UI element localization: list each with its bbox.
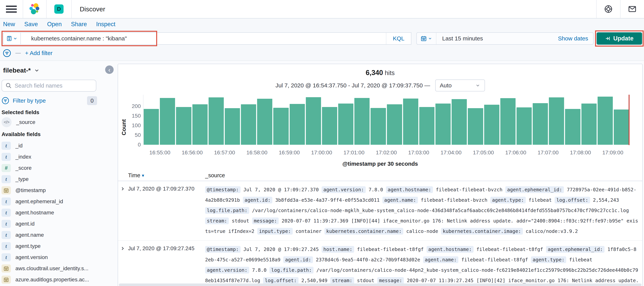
query-input[interactable]: kubernetes.container.name : "kibana" KQL [20,32,411,45]
histogram-bar-16[interactable] [403,99,418,145]
field-row-agent.type[interactable]: tagent.type [2,241,98,252]
field-row-agent.version[interactable]: tagent.version [2,252,98,263]
field-row-azure.auditlogs.properties.ac...[interactable]: azure.auditlogs.properties.ac... [2,274,98,285]
field-search-input[interactable] [14,82,96,89]
histogram-bar-15[interactable] [387,104,402,145]
field-row-_id[interactable]: t_id [2,140,98,151]
source-field-name[interactable]: log.file.path: [205,207,249,214]
source-field-name[interactable]: message: [377,277,404,284]
hamburger-menu-button[interactable] [0,0,23,18]
toolbar-link-open[interactable]: Open [47,21,62,28]
source-field-name[interactable]: kubernetes.container.image: [441,228,523,235]
expand-row-button[interactable] [120,186,125,192]
field-row-agent.hostname[interactable]: tagent.hostname [2,207,98,218]
field-search-box[interactable] [2,80,96,92]
source-field-name[interactable]: host.name: [322,246,354,253]
source-field-name[interactable]: log.offset: [263,277,298,284]
histogram-bar-4[interactable] [208,97,224,145]
source-field-name[interactable]: message: [252,218,279,224]
histogram-bar-7[interactable] [257,99,272,145]
histogram-bar-22[interactable] [500,98,516,145]
histogram-bar-18[interactable] [436,104,451,145]
histogram-bar-12[interactable] [338,104,354,145]
index-pattern-switcher[interactable]: filebeat-* [3,67,40,74]
source-field-name[interactable]: agent.type: [531,256,566,263]
histogram-bar-9[interactable] [290,104,305,145]
time-range-display[interactable]: Last 15 minutes [436,35,558,42]
toolbar-link-inspect[interactable]: Inspect [96,21,115,28]
source-field-name[interactable]: log.offset: [555,197,590,203]
histogram-bar-10[interactable] [306,97,321,145]
histogram-bar-5[interactable] [225,108,240,145]
histogram-bar-20[interactable] [468,108,483,145]
add-filter-button[interactable]: + Add filter [25,50,52,56]
source-field-name[interactable]: agent.ephemeral_id: [546,246,604,253]
source-field-name[interactable]: agent.id: [283,256,313,263]
interval-select[interactable]: Auto [435,79,485,91]
histogram-bar-0[interactable] [144,109,159,145]
filter-icon[interactable] [3,49,11,57]
histogram-bar-29[interactable] [614,109,629,145]
filter-by-type-button[interactable]: Filter by type 0 [2,96,97,105]
source-field-name[interactable]: agent.version: [322,186,366,193]
histogram-bar-26[interactable] [565,109,580,145]
source-field-name[interactable]: stream: [330,277,354,284]
field-row-agent.id[interactable]: tagent.id [2,218,98,229]
source-field-name[interactable]: agent.hostname: [386,186,433,193]
source-field-name[interactable]: @timestamp: [205,246,240,253]
histogram-bar-23[interactable] [516,107,532,145]
field-row-agent.name[interactable]: tagent.name [2,229,98,241]
update-button-label: Update [613,35,634,42]
update-button[interactable]: Update [596,32,642,45]
toolbar-link-share[interactable]: Share [71,21,87,28]
source-field-name[interactable]: kubernetes.container.name: [324,228,403,235]
field-row-agent.ephemeral_id[interactable]: tagent.ephemeral_id [2,196,98,207]
help-button[interactable] [596,0,620,18]
source-field-name[interactable]: stream: [205,218,229,224]
source-field-name[interactable]: agent.type: [490,197,526,203]
field-row-_score[interactable]: #_score [2,162,98,174]
toolbar-link-save[interactable]: Save [24,21,38,28]
histogram-bar-1[interactable] [160,98,175,145]
elastic-logo[interactable] [23,0,46,18]
field-row-_index[interactable]: t_index [2,151,98,162]
source-field-name[interactable]: agent.hostname: [426,246,474,253]
expand-row-button[interactable] [120,246,125,252]
horizontal-scrollbar[interactable] [119,284,642,286]
show-dates-button[interactable]: Show dates [558,35,593,42]
field-row-aws.cloudtrail.user_identity.s...[interactable]: aws.cloudtrail.user_identity.s... [2,263,98,274]
histogram-bar-25[interactable] [549,97,564,145]
histogram-bar-24[interactable] [533,103,548,145]
histogram-bar-2[interactable] [176,107,191,145]
source-field-name[interactable]: agent.ephemeral_id: [505,186,564,193]
histogram-bar-13[interactable] [354,98,370,145]
column-header-time[interactable]: Time ▾ [128,172,144,179]
query-text[interactable]: kubernetes.container.name : "kibana" [21,35,386,42]
field-row-@timestamp[interactable]: @timestamp [2,185,98,196]
histogram-bar-19[interactable] [452,99,467,145]
field-row-_type[interactable]: t_type [2,174,98,185]
histogram-bar-14[interactable] [370,108,386,145]
source-field-name[interactable]: @timestamp: [205,186,240,193]
histogram-bar-11[interactable] [322,107,337,145]
source-field-name[interactable]: agent.version: [205,267,249,274]
source-field-name[interactable]: agent.name: [423,256,458,263]
source-field-name[interactable]: log.file.path: [270,267,314,274]
collapse-sidebar-button[interactable]: ‹ [105,65,114,74]
histogram-bar-3[interactable] [192,104,208,145]
source-field-name[interactable]: input.type: [257,228,293,235]
histogram-bar-6[interactable] [241,104,256,145]
histogram-bar-28[interactable] [598,97,613,145]
quick-select-date-button[interactable] [417,33,436,44]
histogram-bar-8[interactable] [273,108,288,145]
saved-query-menu-button[interactable] [3,32,20,45]
source-field-name[interactable]: agent.name: [382,197,418,203]
query-language-button[interactable]: KQL [386,33,411,44]
source-field-name[interactable]: agent.id: [243,197,272,203]
field-row-_source[interactable]: </>_source [2,117,98,128]
histogram-bar-27[interactable] [582,104,596,145]
toolbar-link-new[interactable]: New [3,21,15,28]
histogram-bar-17[interactable] [419,107,434,145]
histogram-bar-21[interactable] [484,105,499,145]
newsfeed-button[interactable] [620,0,644,18]
